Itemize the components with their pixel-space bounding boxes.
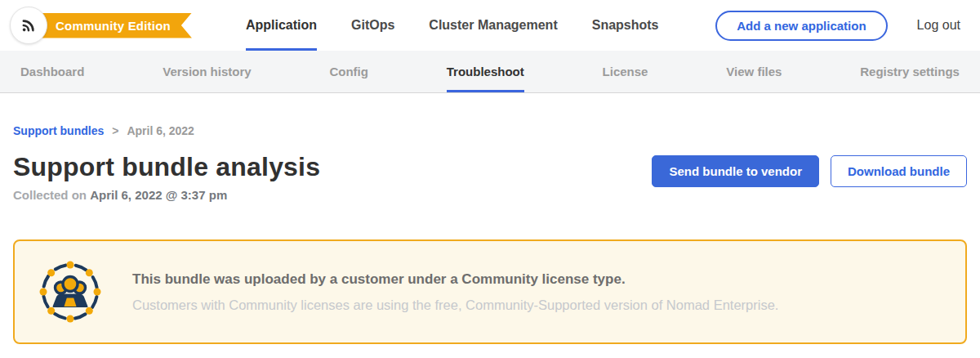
logout-link[interactable]: Log out [917,18,960,33]
subnav-item-view-files[interactable]: View files [726,51,782,92]
replicated-logo-icon[interactable] [10,7,47,44]
header-right: Add a new application Log out [715,11,960,41]
subnav-item-config[interactable]: Config [329,51,368,92]
notice-text-block: This bundle was uploaded by a customer u… [132,271,778,313]
breadcrumb: Support bundles > April 6, 2022 [13,124,967,137]
breadcrumb-current: April 6, 2022 [127,124,194,137]
community-license-notice: This bundle was uploaded by a customer u… [13,239,967,344]
send-bundle-to-vendor-button[interactable]: Send bundle to vendor [652,155,819,187]
nav-item-snapshots[interactable]: Snapshots [592,0,659,51]
nav-item-gitops[interactable]: GitOps [351,0,394,51]
notice-title: This bundle was uploaded by a customer u… [132,271,778,288]
subnav-item-version-history[interactable]: Version history [163,51,251,92]
content-area: Support bundles > April 6, 2022 Support … [0,124,980,344]
collected-date: April 6, 2022 @ 3:37 pm [90,188,227,202]
replicated-logo-glyph [18,15,39,36]
subnav-item-troubleshoot[interactable]: Troubleshoot [447,51,524,92]
title-block: Support bundle analysis Collected on Apr… [13,152,320,202]
nav-item-cluster-management[interactable]: Cluster Management [429,0,557,51]
subnav-item-license[interactable]: License [603,51,648,92]
subnav-item-dashboard[interactable]: Dashboard [20,51,84,92]
breadcrumb-separator: > [112,124,118,137]
page-title: Support bundle analysis [13,152,320,182]
subnav-item-registry-settings[interactable]: Registry settings [860,51,960,92]
top-header: Community Edition Application GitOps Clu… [0,0,980,51]
brand: Community Edition [10,7,192,44]
main-nav: Application GitOps Cluster Management Sn… [246,0,659,51]
community-edition-badge: Community Edition [38,13,192,38]
title-row: Support bundle analysis Collected on Apr… [13,152,967,202]
download-bundle-button[interactable]: Download bundle [831,155,967,187]
collected-prefix: Collected on [13,188,90,202]
breadcrumb-support-bundles-link[interactable]: Support bundles [13,124,104,137]
nav-item-application[interactable]: Application [246,0,317,51]
bundle-action-buttons: Send bundle to vendor Download bundle [652,152,967,187]
notice-subtitle: Customers with Community licenses are us… [132,298,778,313]
admin-console-page: Community Edition Application GitOps Clu… [0,0,980,358]
community-group-icon [38,259,103,324]
collected-subtitle: Collected on April 6, 2022 @ 3:37 pm [13,188,320,202]
add-new-application-button[interactable]: Add a new application [715,11,887,41]
app-subnav: Dashboard Version history Config Trouble… [0,51,980,93]
